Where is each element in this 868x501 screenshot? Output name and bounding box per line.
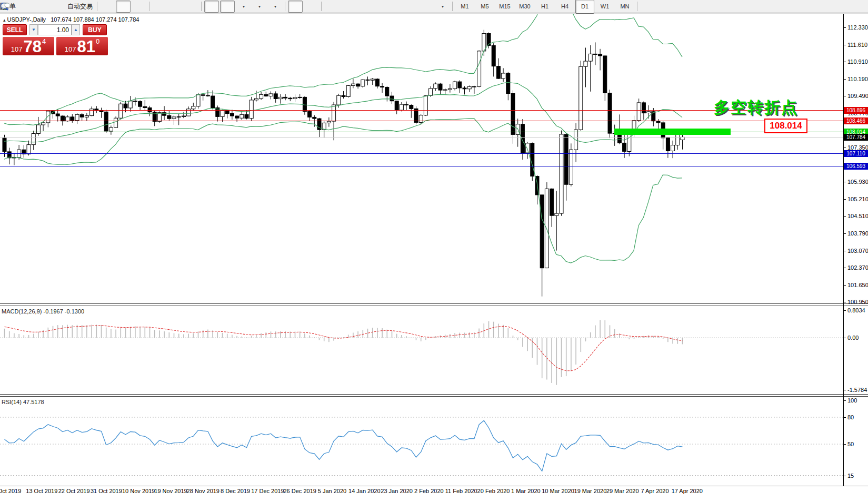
x-axis-label: 10 Mar 2020 bbox=[542, 488, 574, 494]
tile-windows-icon[interactable] bbox=[184, 1, 198, 13]
templates-button[interactable]: ▾ bbox=[267, 1, 282, 13]
sell-price-display[interactable]: 107784 bbox=[3, 37, 54, 55]
panel-separator bbox=[0, 486, 868, 486]
x-axis-label: 22 Oct 2019 bbox=[58, 488, 90, 494]
x-axis-label: 11 Feb 2020 bbox=[445, 488, 477, 494]
y-axis-tick: 105.930 bbox=[847, 179, 868, 185]
volume-input[interactable] bbox=[38, 24, 72, 35]
price-badge: 107.784 bbox=[844, 134, 868, 141]
period-clock-button[interactable]: ▾ bbox=[252, 1, 266, 13]
buy-button[interactable]: BUY bbox=[83, 24, 107, 35]
text-label-icon[interactable]: T bbox=[419, 1, 434, 13]
candlestick-chart-icon[interactable] bbox=[116, 1, 131, 13]
text-icon[interactable]: A bbox=[403, 1, 418, 13]
x-axis-label: 29 Mar 2020 bbox=[606, 488, 639, 494]
y-axis-tick: 101.650 bbox=[847, 282, 868, 288]
search-icon[interactable] bbox=[833, 1, 847, 13]
timeframe-button-D1[interactable]: D1 bbox=[575, 0, 594, 14]
timeframe-button-M1[interactable]: M1 bbox=[455, 0, 474, 14]
horizontal-line-icon[interactable] bbox=[340, 1, 355, 13]
macd-axis-tickmark bbox=[843, 390, 846, 390]
triangle-down-icon: ▼ bbox=[32, 27, 36, 32]
x-axis-label: 28 Nov 2019 bbox=[187, 488, 220, 494]
rsi-axis-tickmark bbox=[843, 400, 846, 401]
timeframe-button-H1[interactable]: H1 bbox=[535, 0, 554, 14]
fibonacci-icon[interactable]: F bbox=[387, 1, 402, 13]
y-axis-tick: 103.070 bbox=[847, 248, 868, 254]
rsi-axis-tick: 100 bbox=[847, 397, 857, 404]
y-axis-tickmark bbox=[843, 96, 846, 96]
chat-icon[interactable] bbox=[849, 1, 863, 13]
vertical-line-icon[interactable] bbox=[324, 1, 339, 13]
rsi-label: RSI(14) 47.5178 bbox=[2, 399, 44, 405]
arrows-icon[interactable]: ▾ bbox=[435, 1, 450, 13]
y-axis-tickmark bbox=[843, 79, 846, 80]
collapse-triangle-icon[interactable]: ▴ bbox=[3, 17, 6, 23]
chart-shift-icon[interactable] bbox=[220, 1, 235, 13]
auto-trading-button[interactable]: 自动交易 bbox=[66, 1, 94, 13]
turning-point-annotation[interactable]: 多空转折点 bbox=[714, 97, 798, 119]
line-chart-icon[interactable] bbox=[132, 1, 146, 13]
volume-increase-button[interactable]: ▲ bbox=[72, 24, 80, 35]
timeframe-button-M15[interactable]: M15 bbox=[495, 0, 514, 14]
y-axis-tickmark bbox=[843, 285, 846, 286]
trendline-icon[interactable] bbox=[356, 1, 371, 13]
macd-axis-tick: 0.8034 bbox=[847, 307, 865, 313]
timeframe-button-MN[interactable]: MN bbox=[615, 0, 634, 14]
zoom-in-icon[interactable] bbox=[152, 1, 167, 13]
rsi-plot[interactable] bbox=[0, 396, 843, 486]
main-chart-plot[interactable] bbox=[0, 14, 843, 304]
toolbar: 订单 自动交易 ▾ ▾ ▾ E F A T ▾ M1M5M15 bbox=[0, 0, 868, 13]
price-badge: 108.896 bbox=[844, 107, 868, 114]
price-axis-line[interactable] bbox=[843, 14, 844, 486]
price-horizontal-line[interactable] bbox=[0, 166, 843, 166]
x-axis-label: Oct 2019 bbox=[0, 488, 21, 494]
auto-scroll-icon[interactable] bbox=[204, 1, 219, 13]
timeframe-button-M30[interactable]: M30 bbox=[515, 0, 534, 14]
equidistant-channel-icon[interactable]: E bbox=[372, 1, 386, 13]
navigator-icon[interactable] bbox=[34, 1, 49, 13]
x-axis-label: 5 Jan 2020 bbox=[318, 488, 346, 494]
price-horizontal-line[interactable] bbox=[0, 137, 843, 137]
y-axis-tickmark bbox=[843, 251, 846, 251]
y-axis-tick: 109.490 bbox=[847, 93, 868, 99]
rsi-axis-tick: 50 bbox=[847, 441, 854, 447]
volume-decrease-button[interactable]: ▼ bbox=[29, 24, 38, 35]
buy-price-display[interactable]: 107810 bbox=[56, 37, 108, 55]
new-chart-button[interactable]: ▾ bbox=[236, 1, 251, 13]
x-axis-label: 13 Oct 2019 bbox=[26, 488, 57, 494]
price-horizontal-line[interactable] bbox=[0, 121, 843, 121]
zoom-out-icon[interactable] bbox=[168, 1, 183, 13]
panel-separator[interactable] bbox=[0, 394, 868, 395]
macd-axis-tickmark bbox=[843, 338, 846, 338]
y-axis-tick: 103.790 bbox=[847, 230, 868, 237]
highlight-bar[interactable] bbox=[614, 129, 731, 135]
timeframe-button-M5[interactable]: M5 bbox=[475, 0, 494, 14]
crosshair-icon[interactable] bbox=[304, 1, 318, 13]
x-axis-label: 10 Nov 2019 bbox=[122, 488, 155, 494]
panel-separator[interactable] bbox=[0, 306, 868, 306]
macd-plot[interactable] bbox=[0, 307, 843, 394]
x-axis-label: 14 Jan 2020 bbox=[348, 488, 381, 494]
signal-icon[interactable] bbox=[50, 1, 65, 13]
y-axis-tickmark bbox=[843, 45, 846, 45]
y-axis-tick: 110.190 bbox=[847, 76, 868, 82]
price-horizontal-line[interactable] bbox=[0, 153, 843, 154]
chevron-down-icon: ▾ bbox=[258, 4, 261, 9]
x-axis-label: 8 Dec 2019 bbox=[221, 488, 250, 494]
timeframe-group: M1M5M15M30H1H4D1W1MN bbox=[455, 0, 635, 14]
bar-chart-icon[interactable] bbox=[100, 1, 115, 13]
x-axis-label: 2 Feb 2020 bbox=[414, 488, 444, 494]
y-axis-tickmark bbox=[843, 62, 846, 62]
price-label-box[interactable]: 108.014 bbox=[764, 119, 807, 133]
cursor-icon[interactable] bbox=[288, 1, 303, 13]
x-axis-label: 19 Nov 2019 bbox=[154, 488, 187, 494]
y-axis-tickmark bbox=[843, 182, 846, 182]
sell-button[interactable]: SELL bbox=[3, 24, 27, 35]
ohlc-values: 107.674 107.884 107.274 107.784 bbox=[51, 16, 139, 23]
journal-icon[interactable] bbox=[18, 1, 33, 13]
timeframe-button-W1[interactable]: W1 bbox=[595, 0, 614, 14]
y-axis-tick: 102.370 bbox=[847, 264, 868, 271]
price-badge: 108.466 bbox=[844, 117, 868, 124]
timeframe-button-H4[interactable]: H4 bbox=[555, 0, 574, 14]
